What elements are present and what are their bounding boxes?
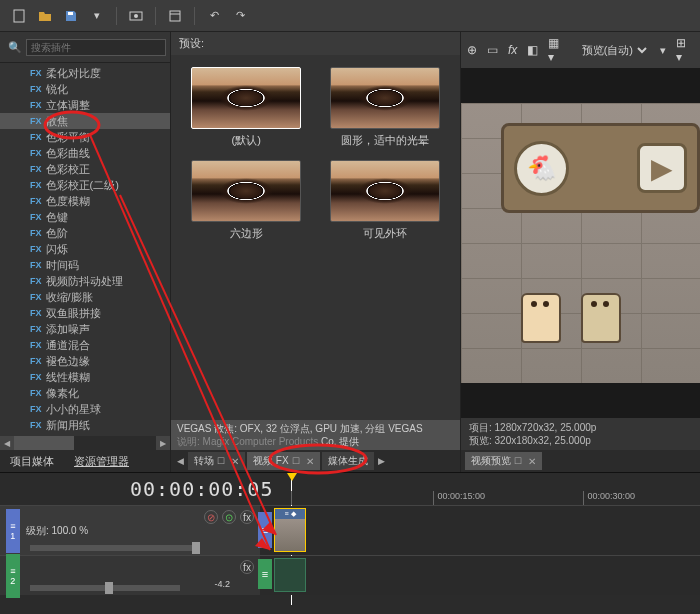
ruler-tick	[291, 491, 295, 505]
tab-video-fx[interactable]: 视频 FX☐✕	[247, 452, 320, 470]
redo-icon[interactable]: ↷	[229, 5, 251, 27]
fx-item[interactable]: FX新闻用纸	[0, 417, 170, 433]
audio-track-content[interactable]: ≡	[260, 556, 700, 595]
fx-item-label: 线性模糊	[46, 370, 90, 385]
search-icon[interactable]: 🔍	[4, 36, 26, 58]
fx-item[interactable]: FX线性模糊	[0, 369, 170, 385]
close-icon[interactable]: ✕	[231, 456, 239, 467]
new-icon[interactable]	[8, 5, 30, 27]
fx-item[interactable]: FX散焦	[0, 113, 170, 129]
svg-rect-1	[68, 12, 73, 15]
preset-header: 预设:	[171, 32, 460, 55]
fx-badge: FX	[30, 340, 42, 350]
undo-icon[interactable]: ↶	[203, 5, 225, 27]
open-icon[interactable]	[34, 5, 56, 27]
preset-item[interactable]: (默认)	[183, 67, 310, 148]
preset-thumbnail	[191, 67, 301, 129]
track-number[interactable]: ≡1	[6, 509, 20, 553]
fx-item[interactable]: FX添加噪声	[0, 321, 170, 337]
fx-item[interactable]: FX双鱼眼拼接	[0, 305, 170, 321]
fx-item[interactable]: FX小小的星球	[0, 401, 170, 417]
scrollbar-horizontal[interactable]: ◀ ▶	[0, 436, 170, 450]
fx-item[interactable]: FX色彩曲线	[0, 145, 170, 161]
fx-item[interactable]: FX视频防抖动处理	[0, 273, 170, 289]
grid-icon[interactable]: ⊞ ▾	[676, 36, 694, 64]
fx-item[interactable]: FX色彩校正(二级)	[0, 177, 170, 193]
audio-track-header[interactable]: ≡2 -4.2 fx	[0, 556, 260, 595]
split-icon[interactable]: ◧	[527, 43, 538, 57]
fx-item-label: 色阶	[46, 226, 68, 241]
preset-label: (默认)	[232, 133, 261, 148]
fx-item[interactable]: FX色彩平衡	[0, 129, 170, 145]
track-fx-icon[interactable]: fx	[240, 560, 254, 574]
pan-slider[interactable]	[30, 585, 180, 591]
tab-scroll-left-icon[interactable]: ◀	[175, 456, 186, 466]
fx-item[interactable]: FX像素化	[0, 385, 170, 401]
timecode-display[interactable]: 00:00:00:05	[120, 477, 283, 501]
fx-badge: FX	[30, 180, 42, 190]
save-icon[interactable]	[60, 5, 82, 27]
fx-item[interactable]: FX色键	[0, 209, 170, 225]
fx-item[interactable]: FX色度模糊	[0, 193, 170, 209]
preview-device-icon[interactable]: ▭	[487, 43, 498, 57]
close-icon[interactable]: ✕	[528, 456, 536, 467]
track-number[interactable]: ≡2	[6, 554, 20, 598]
video-clip[interactable]: ≡ ◆	[274, 508, 306, 552]
timeline-ruler[interactable]: 00:00:15:0000:00:30:0000:00:45	[283, 473, 700, 505]
fx-item-label: 褪色边缘	[46, 354, 90, 369]
tab-scroll-right-icon[interactable]: ▶	[376, 456, 387, 466]
fx-item[interactable]: FX通道混合	[0, 337, 170, 353]
scroll-right-icon[interactable]: ▶	[156, 436, 170, 450]
tab-video-preview[interactable]: 视频预览☐✕	[465, 452, 542, 470]
tab-project-media[interactable]: 项目媒体	[0, 451, 64, 472]
render-icon[interactable]	[125, 5, 147, 27]
bypass-fx-icon[interactable]: ⊘	[204, 510, 218, 524]
search-input[interactable]	[26, 39, 166, 56]
preset-item[interactable]: 圆形，适中的光晕	[322, 67, 449, 148]
fx-item[interactable]: FX闪烁	[0, 241, 170, 257]
fx-badge: FX	[30, 356, 42, 366]
fx-badge: FX	[30, 388, 42, 398]
fx-item-label: 立体调整	[46, 98, 90, 113]
fx-item-label: 添加噪声	[46, 322, 90, 337]
preview-viewport: 🐔 ▶	[461, 68, 700, 418]
level-slider[interactable]	[30, 545, 200, 551]
fx-tree[interactable]: FX柔化对比度FX锐化FX立体调整FX散焦FX色彩平衡FX色彩曲线FX色彩校正F…	[0, 63, 170, 436]
fx-item[interactable]: FX立体调整	[0, 97, 170, 113]
track-handle-icon[interactable]: ≡	[258, 512, 272, 548]
ext-monitor-icon[interactable]: ⊕	[467, 43, 477, 57]
video-track-row: ≡1 级别: 100.0 % ⊘ ⊙ fx ≡ ≡ ◆	[0, 505, 700, 555]
audio-clip[interactable]	[274, 558, 306, 592]
fx-item-label: 色彩曲线	[46, 146, 90, 161]
video-track-content[interactable]: ≡ ≡ ◆	[260, 506, 700, 555]
video-track-header[interactable]: ≡1 级别: 100.0 % ⊘ ⊙ fx	[0, 506, 260, 555]
fx-item[interactable]: FX色阶	[0, 225, 170, 241]
dropdown-icon[interactable]: ▾	[86, 5, 108, 27]
track-fx-icon[interactable]: fx	[240, 510, 254, 524]
fx-item[interactable]: FX褪色边缘	[0, 353, 170, 369]
automation-icon[interactable]: ⊙	[222, 510, 236, 524]
fx-item[interactable]: FX收缩/膨胀	[0, 289, 170, 305]
fx-item[interactable]: FX色彩校正	[0, 161, 170, 177]
fx-item-label: 色彩校正(二级)	[46, 178, 119, 193]
fx-item[interactable]: FX时间码	[0, 257, 170, 273]
fx-item[interactable]: FX锐化	[0, 81, 170, 97]
preset-item[interactable]: 可见外环	[322, 160, 449, 241]
fx-badge: FX	[30, 308, 42, 318]
properties-icon[interactable]	[164, 5, 186, 27]
fx-item-label: 散焦	[46, 114, 68, 129]
track-handle-icon[interactable]: ≡	[258, 559, 272, 589]
fx-icon[interactable]: fx	[508, 43, 517, 57]
tab-transitions[interactable]: 转场☐✕	[188, 452, 245, 470]
scroll-left-icon[interactable]: ◀	[0, 436, 14, 450]
tab-resource-manager[interactable]: 资源管理器	[64, 451, 139, 472]
tab-media-gen[interactable]: 媒体生成	[322, 452, 374, 470]
fx-item[interactable]: FX柔化对比度	[0, 65, 170, 81]
close-icon[interactable]: ✕	[306, 456, 314, 467]
overlay-icon[interactable]: ▦ ▾	[548, 36, 567, 64]
fx-item-label: 色彩平衡	[46, 130, 90, 145]
fx-badge: FX	[30, 244, 42, 254]
preset-item[interactable]: 六边形	[183, 160, 310, 241]
preview-quality-dropdown[interactable]: 预览(自动)	[578, 43, 650, 57]
fx-item-label: 视频防抖动处理	[46, 274, 123, 289]
